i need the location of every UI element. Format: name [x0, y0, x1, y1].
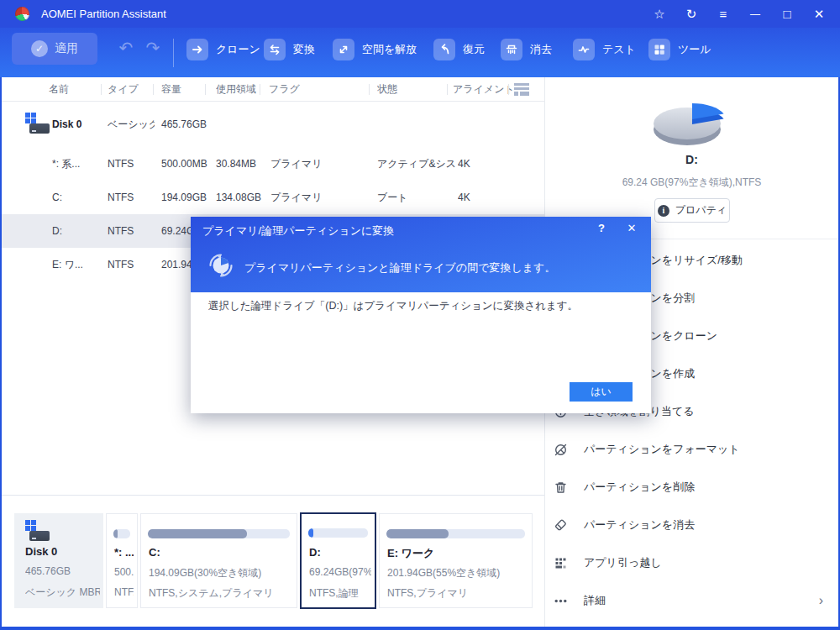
table-row-c[interactable]: C: NTFS 194.09GB 134.08GB プライマリ ブート 4K: [2, 181, 544, 214]
shredder-icon: [501, 39, 522, 60]
dialog-body-text: 選択した論理ドライブ「(D:)」はプライマリパーティションに変換されます。: [208, 299, 578, 313]
header-alignment[interactable]: アライメント: [453, 77, 515, 102]
panel-splitter[interactable]: [2, 495, 544, 496]
partition-pie-chart: [645, 91, 738, 151]
app-title: AOMEI Partition Assistant: [41, 8, 166, 20]
convert-partition-dialog: プライマリ/論理パーティションに変換 ? ✕ プライマリパーティションと論理ドラ…: [191, 217, 651, 413]
dialog-header: プライマリ/論理パーティションに変換 ? ✕ プライマリパーティションと論理ドラ…: [191, 217, 651, 292]
yes-button[interactable]: はい: [570, 382, 633, 402]
favorite-star-icon[interactable]: ☆: [643, 0, 675, 28]
header-name[interactable]: 名前: [49, 77, 69, 102]
clone-icon: [186, 39, 208, 60]
convert-pie-icon: [206, 250, 236, 281]
app-logo-icon: [15, 7, 29, 21]
partition-card-e[interactable]: E: ワーク 201.94GB(55%空き領域) NTFS,プライマリ: [379, 513, 533, 608]
toolbar-tools-button[interactable]: ツール: [648, 37, 711, 62]
close-button[interactable]: ✕: [803, 0, 835, 28]
selected-drive-info: 69.24 GB(97%空き領域),NTFS: [545, 176, 838, 190]
menu-item-format[interactable]: パーティションをフォーマット: [545, 431, 838, 468]
header-used[interactable]: 使用領域: [216, 77, 256, 102]
dialog-description: プライマリパーティションと論理ドライブの間で変換します。: [244, 260, 555, 276]
header-capacity[interactable]: 容量: [161, 77, 181, 102]
disk-icon: [25, 113, 50, 135]
usage-bar: [148, 529, 290, 538]
usage-bar: [386, 529, 525, 538]
titlebar-icons: ☆ ↻ ≡ — □ ✕: [643, 0, 835, 28]
table-row-disk0[interactable]: Disk 0 ベーシック... 465.76GB: [2, 102, 544, 147]
toolbar-convert-button[interactable]: 変換: [264, 37, 315, 62]
menu-item-delete[interactable]: パーティションを削除: [545, 469, 838, 506]
free-space-icon: [333, 39, 354, 60]
check-icon: ✓: [31, 40, 48, 57]
menu-item-wipe[interactable]: パーティションを消去: [545, 507, 838, 543]
app-mover-icon: [554, 556, 568, 570]
more-dots-icon: [554, 594, 568, 608]
usage-bar: [308, 528, 368, 538]
redo-button[interactable]: ↷: [141, 36, 165, 60]
toolbar-separator: [173, 39, 174, 67]
minimize-button[interactable]: —: [739, 0, 771, 28]
dialog-help-icon[interactable]: ?: [594, 222, 609, 237]
maximize-button[interactable]: □: [771, 0, 803, 28]
table-header-row: 名前 タイプ 容量 使用領域 フラグ 状態 アライメント: [2, 77, 544, 102]
properties-button[interactable]: i プロパティ: [654, 198, 730, 223]
column-settings-icon[interactable]: [514, 83, 529, 96]
toolbar-restore-button[interactable]: 復元: [433, 37, 485, 62]
undo-button[interactable]: ↶: [114, 36, 138, 60]
header-flag[interactable]: フラグ: [269, 77, 300, 102]
toolbar-test-button[interactable]: テスト: [573, 37, 636, 62]
dialog-title: プライマリ/論理パーティションに変換: [202, 223, 394, 239]
restore-icon: [433, 39, 455, 60]
header-status[interactable]: 状態: [377, 77, 397, 102]
toolbar-wipe-button[interactable]: 消去: [501, 37, 552, 62]
titlebar: AOMEI Partition Assistant ☆ ↻ ≡ — □ ✕: [0, 0, 840, 28]
selected-drive-label: D:: [545, 153, 838, 166]
header-type[interactable]: タイプ: [108, 77, 139, 102]
menu-item-app-mover[interactable]: アプリ引っ越し: [545, 544, 838, 581]
chevron-right-icon: ›: [819, 593, 823, 608]
convert-icon: [264, 39, 286, 60]
hamburger-menu-icon[interactable]: ≡: [707, 0, 739, 28]
eraser-icon: [554, 518, 568, 533]
usage-bar: [113, 529, 130, 538]
toolbar-free-space-button[interactable]: 空間を解放: [333, 37, 417, 62]
toolbar-clone-button[interactable]: クローン: [186, 37, 260, 62]
disk-icon: [25, 520, 50, 543]
app-window: AOMEI Partition Assistant ☆ ↻ ≡ — □ ✕ ✓ …: [0, 0, 840, 630]
table-row-system[interactable]: *: 系... NTFS 500.00MB 30.84MB プライマリ アクティ…: [2, 147, 544, 181]
menu-item-more[interactable]: 詳細 ›: [545, 582, 838, 619]
dialog-close-icon[interactable]: ✕: [624, 222, 639, 237]
partition-card-system[interactable]: *: ... 500.... NTF...: [106, 513, 138, 608]
apply-button[interactable]: ✓ 適用: [12, 33, 97, 65]
waveform-icon: [573, 39, 595, 60]
info-icon: i: [658, 205, 669, 217]
partition-card-d-selected[interactable]: D: 69.24GB(97%... NTFS,論理: [300, 512, 376, 609]
disk0-summary-card[interactable]: Disk 0 465.76GB ベーシック MBR: [14, 513, 103, 608]
window-border-bottom: [0, 627, 840, 630]
format-icon: [554, 443, 568, 457]
tools-grid-icon: [648, 39, 670, 60]
partition-card-c[interactable]: C: 194.09GB(30%空き領域) NTFS,システム,プライマリ: [140, 513, 297, 608]
refresh-icon[interactable]: ↻: [675, 0, 707, 28]
trash-icon: [554, 480, 568, 495]
